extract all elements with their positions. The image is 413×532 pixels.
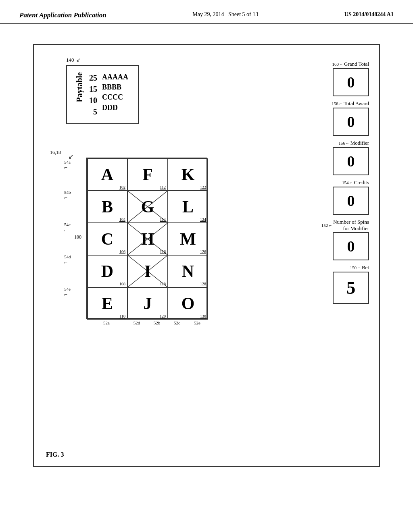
paytable-numbers: 25 15 10 5 <box>89 72 97 117</box>
main-content: FIG. 3 140 ↙ Paytable 25 15 10 5 <box>0 24 413 487</box>
credits-label: Credits <box>354 179 369 186</box>
credits-display: 154 ⌐ Credits 0 <box>333 179 369 215</box>
cell-H: H 116 <box>127 223 168 255</box>
col-ref-labels: 52a 52d52b 52c52e <box>86 320 207 325</box>
cell-E: E 110 <box>87 287 127 320</box>
modifier-label: Modifier <box>350 140 369 146</box>
row-ref-54c: 54c ⌐ <box>64 222 71 233</box>
spins-modifier-box: 0 <box>333 232 369 260</box>
spins-modifier-display: 152 ⌐ Number of Spinsfor Modifier 0 <box>321 219 369 260</box>
paytable-ref-row: 140 ↙ <box>66 57 139 63</box>
paytable-sym-2: BBBB <box>102 82 128 92</box>
slot-grid: A 102 F 112 K 122 B 104 G 11 <box>86 158 207 319</box>
cell-G: G 114 <box>127 191 168 223</box>
page-header: Patent Application Publication May 29, 2… <box>0 0 413 24</box>
bet-label: Bet <box>362 264 369 271</box>
paytable-sym-4: DDD <box>102 103 128 113</box>
spins-modifier-ref: 152 ⌐ <box>321 223 332 228</box>
total-award-display: 158 ⌐ Total Award 0 <box>332 100 369 136</box>
figure-container: FIG. 3 140 ↙ Paytable 25 15 10 5 <box>33 44 380 467</box>
paytable-sym-1: AAAAA <box>102 72 128 82</box>
col-ref-52ce: 52c52e <box>167 320 207 325</box>
cell-L: L 124 <box>168 191 208 223</box>
cell-I: I 118 <box>127 255 168 287</box>
total-award-label: Total Award <box>344 100 369 107</box>
cell-J: J 120 <box>127 287 168 320</box>
credits-ref: 154 ⌐ <box>342 180 352 185</box>
paytable-sym-3: CCCC <box>102 92 128 102</box>
total-award-box: 0 <box>333 108 369 136</box>
publication-date: May 29, 2014 <box>192 11 224 17</box>
slot-grid-section: 54e ⌐ 54d ⌐ 54c ⌐ 54b ⌐ 54a ⌐ 100 <box>86 158 207 325</box>
paytable-num-1: 25 <box>89 72 97 83</box>
cell-M: M 126 <box>168 223 208 255</box>
spins-modifier-label: Number of Spinsfor Modifier <box>333 219 369 231</box>
grand-total-label: Grand Total <box>344 61 369 67</box>
col-ref-52bd: 52d52b <box>127 320 167 325</box>
grand-total-ref: 160 ⌐ <box>332 62 342 66</box>
paytable-title: Paytable <box>75 72 84 102</box>
cell-O: O 130 <box>168 287 208 320</box>
row-ref-54d: 54d ⌐ <box>64 254 71 266</box>
paytable-symbols: AAAAA BBBB CCCC DDD <box>102 72 128 113</box>
cell-B: B 104 <box>87 191 127 223</box>
cell-A: A 102 <box>87 158 127 191</box>
figure-label: FIG. 3 <box>46 451 64 458</box>
paytable-inner: Paytable 25 15 10 5 AAAAA BBBB CCCC DDD <box>75 72 130 117</box>
paytable-num-2: 15 <box>89 83 97 95</box>
bet-display: 150 ⌐ Bet 5 <box>333 264 369 304</box>
bet-box: 5 <box>333 272 369 304</box>
sheet-info: Sheet 5 of 13 <box>228 11 258 17</box>
cell-D: D 108 <box>87 255 127 287</box>
right-display-panel: 160 ⌐ Grand Total 0 158 ⌐ Total Award 0 … <box>321 61 369 304</box>
ref-1618: 16,18 <box>50 150 61 156</box>
paytable-ref-num: 140 <box>66 57 74 63</box>
modifier-box: 0 <box>333 147 369 175</box>
cell-F: F 112 <box>127 158 168 191</box>
grand-total-display: 160 ⌐ Grand Total 0 <box>332 61 369 96</box>
paytable-num-3: 10 <box>89 95 97 106</box>
row-ref-54b: 54b ⌐ <box>64 190 71 201</box>
ref-100: 100 <box>74 234 81 240</box>
publication-meta: May 29, 2014 Sheet 5 of 13 <box>192 11 258 18</box>
publication-number: US 2014/0148244 A1 <box>344 11 394 18</box>
paytable-num-4: 5 <box>93 106 97 117</box>
paytable-box: Paytable 25 15 10 5 AAAAA BBBB CCCC DDD <box>66 65 139 124</box>
credits-box: 0 <box>333 187 369 215</box>
modifier-ref: 156 ⌐ <box>338 141 348 145</box>
total-award-ref: 158 ⌐ <box>332 101 342 106</box>
cell-K: K 122 <box>168 158 208 191</box>
publication-title: Patent Application Publication <box>19 11 106 19</box>
grand-total-box: 0 <box>333 68 369 96</box>
row-ref-54a: 54a ⌐ <box>64 160 71 171</box>
paytable-arrow: ↙ <box>76 57 81 63</box>
row-ref-54e: 54e ⌐ <box>64 287 71 298</box>
paytable-section: 140 ↙ Paytable 25 15 10 5 AAAAA <box>66 57 139 124</box>
bet-ref: 150 ⌐ <box>350 265 360 270</box>
cell-N: N 128 <box>168 255 208 287</box>
modifier-display: 156 ⌐ Modifier 0 <box>333 140 369 175</box>
col-ref-52a: 52a <box>86 320 127 325</box>
cell-C: C 106 <box>87 223 127 255</box>
